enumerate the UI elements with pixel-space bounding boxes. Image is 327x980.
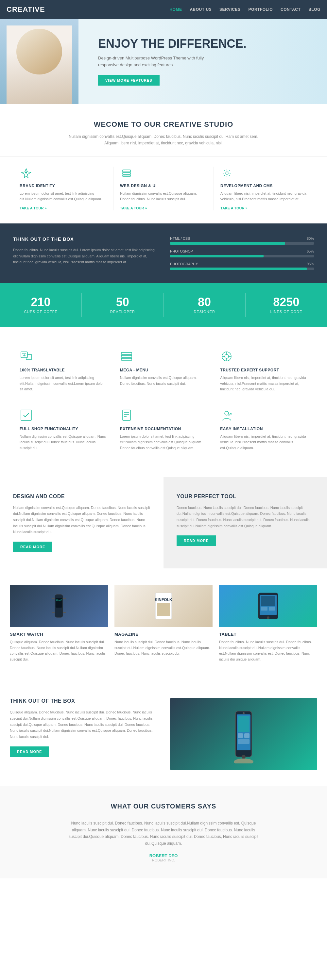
feat-doc: EXTENSIVE DOCUMENTATION Lorem ipsum dolo…	[113, 402, 214, 461]
svg-rect-1	[123, 170, 131, 172]
svg-rect-2	[123, 172, 131, 175]
nav-services[interactable]: SERVICES	[219, 7, 240, 12]
layers-icon	[120, 167, 133, 180]
portfolio-section: 10:45 SMART WATCH Quisque aliquam. Donec…	[0, 568, 327, 682]
svg-rect-47	[238, 739, 249, 744]
design-code-section: DESIGN AND CODE Nullam dignissim convall…	[0, 477, 164, 568]
svg-rect-37	[261, 596, 275, 606]
perfect-tool-btn[interactable]: READ MORE	[177, 535, 216, 546]
navbar: CREATIVE HOME ABOUT US SERVICES PORTFOLI…	[0, 0, 327, 19]
nav-home[interactable]: HOME	[169, 7, 182, 12]
feature-webdesign-link[interactable]: TAKE A TOUR »	[120, 206, 147, 210]
portfolio-mag-title: MAGAZINE	[115, 632, 212, 637]
nav-about[interactable]: ABOUT US	[190, 7, 212, 12]
svg-rect-17	[123, 410, 131, 420]
svg-text:KINFOLK: KINFOLK	[155, 598, 172, 602]
nav-links: HOME ABOUT US SERVICES PORTFOLIO CONTACT…	[169, 7, 321, 12]
svg-rect-39	[269, 607, 275, 611]
skill-html: HTML / CSS 80%	[170, 237, 314, 245]
portfolio-watch: 10:45 SMART WATCH Quisque aliquam. Donec…	[10, 585, 108, 662]
feature-brand-link[interactable]: TAKE A TOUR »	[20, 206, 47, 210]
hero-cta-button[interactable]: VIEW MORE FEATURES	[98, 75, 160, 86]
dark-section: THINK OUT OF THE BOX Donec faucibus. Nun…	[0, 223, 327, 283]
svg-rect-44	[238, 716, 249, 732]
portfolio-mag-text: Nunc iaculis suscipit dui. Donec faucibu…	[115, 639, 212, 657]
design-code-btn[interactable]: READ MORE	[13, 542, 52, 552]
portfolio-tablet-text: Donec faucibus. Nunc iaculis suscipit du…	[219, 639, 317, 662]
welcome-heading: WECОME TO OUR CREATIVE STUDIO	[20, 120, 307, 129]
portfolio-grid: 10:45 SMART WATCH Quisque aliquam. Donec…	[10, 585, 317, 662]
nav-blog[interactable]: BLOG	[308, 7, 321, 12]
skill-photoshop: PHOTOSHOP 65%	[170, 249, 314, 258]
feature-brand: BRAND IDENTITY Lorem ipsum dolor sit ame…	[13, 167, 113, 210]
dark-heading: THINK OUT OF THE BOX	[13, 237, 157, 242]
svg-point-21	[225, 411, 228, 415]
skill-photo-percent: 95%	[307, 262, 314, 266]
portfolio-tablet-title: TABLET	[219, 632, 317, 637]
feat-doc-text: Lorem ipsum dolor sit amet, test link ad…	[120, 434, 207, 451]
hero-subtext: Design-driven Multipurpose WordPress The…	[98, 55, 209, 68]
feat-doc-title: EXTENSIVE DOCUMENTATION	[120, 426, 207, 431]
support-icon	[220, 350, 307, 364]
feature-dev-title: DEVELOPMENT AND CMS	[220, 184, 307, 188]
hero-section: ENJOY THE DIFFERENCE. Design-driven Mult…	[0, 19, 327, 104]
testimonial-author: ROBERT DEO ROBERT INC.	[26, 853, 301, 862]
feat-megamenu-text: Nullam dignissim convallis est.Quisque a…	[120, 375, 207, 387]
features-grid: 100% TRANSLATABLE Lorem ipsum dolor sit …	[0, 327, 327, 477]
dark-text: Donec faucibus. Nunc iaculis suscipit du…	[13, 247, 157, 265]
stat-cups-label: CUPS OF COFFE	[3, 310, 78, 313]
feature-dev-text: Aliquam libero nisi, imperdiet at, tinci…	[220, 191, 307, 202]
two-col-section: DESIGN AND CODE Nullam dignissim convall…	[0, 477, 327, 568]
testimonial-text: Nunc iaculis suscipit dui. Donec faucibu…	[65, 820, 262, 847]
svg-point-0	[25, 172, 27, 173]
svg-point-4	[226, 172, 228, 175]
think-right	[170, 698, 317, 770]
think-heading: THINK OUT OF THE BOX	[10, 698, 157, 704]
think-left: THINK OUT OF THE BOX Quisque aliquam. Do…	[10, 698, 157, 757]
feat-install: EASY INSTALLATION Aliquam libero nisi, i…	[214, 402, 314, 461]
hero-text-area: ENJOY THE DIFFERENCE. Design-driven Mult…	[85, 31, 259, 92]
stat-cups: 210 CUPS OF COFFE	[0, 293, 82, 317]
stat-designer-number: 80	[167, 296, 242, 308]
features-row: BRAND IDENTITY Lorem ipsum dolor sit ame…	[0, 157, 327, 223]
stat-designer: 80 DESIGNER	[164, 293, 246, 317]
think-text: Quisque aliquam. Donec faucibus. Nunc ia…	[10, 709, 157, 740]
feature-dev: DEVELOPMENT AND CMS Aliquam libero nisi,…	[214, 167, 314, 210]
svg-point-36	[267, 616, 270, 619]
svg-point-11	[225, 355, 228, 358]
doc-icon	[120, 409, 207, 423]
feature-dev-link[interactable]: TAKE A TOUR »	[220, 206, 247, 210]
think-btn[interactable]: READ MORE	[10, 746, 49, 757]
feat-install-title: EASY INSTALLATION	[220, 426, 307, 431]
stat-lines: 8250 LINES OF CODE	[246, 293, 327, 317]
feature-webdesign-text: Nullam dignissim convallis est.Quisque a…	[120, 191, 207, 202]
svg-rect-45	[238, 733, 243, 738]
stats-bar: 210 CUPS OF COFFE 50 DEVELOPER 80 DESIGN…	[0, 283, 327, 327]
shop-icon	[20, 409, 107, 423]
skill-ps-percent: 65%	[307, 249, 314, 253]
svg-rect-8	[121, 355, 132, 357]
magazine-image: KINFOLK	[115, 585, 212, 627]
feat-shop-title: FULL SHOP FUNCTIONALITY	[20, 426, 107, 431]
megamenu-icon	[120, 350, 207, 364]
watch-image: 10:45	[10, 585, 108, 627]
portfolio-watch-title: SMART WATCH	[10, 632, 108, 637]
perfect-tool-section: YOUR PERFECT TOOL Donec faucibus. Nunc i…	[164, 477, 327, 568]
testimonial-section: WHAT OUR CUSTOMERS SAYS Nunc iaculis sus…	[0, 786, 327, 878]
stat-lines-label: LINES OF CODE	[249, 310, 324, 313]
gear-icon	[220, 167, 233, 180]
skill-html-label: HTML / CSS	[170, 237, 190, 240]
feat-support-text: Aliquam libero nisi, imperdiet at, tinci…	[220, 375, 307, 392]
stat-dev: 50 DEVELOPER	[82, 293, 164, 317]
nav-contact[interactable]: CONTACT	[281, 7, 300, 12]
nav-portfolio[interactable]: PORTFOLIO	[249, 7, 273, 12]
feature-brand-title: BRAND IDENTITY	[20, 184, 107, 188]
testimonial-heading: WHAT OUR CUSTOMERS SAYS	[26, 803, 301, 810]
feat-shop: FULL SHOP FUNCTIONALITY Nullam dignissim…	[13, 402, 113, 461]
feat-install-text: Aliquam libero nisi, imperdiet at, tinci…	[220, 434, 307, 451]
feature-webdesign: WEB DESIGN & UI Nullam dignissim convall…	[113, 167, 214, 210]
feat-shop-text: Nullam dignissim convallis est.Quisque a…	[20, 434, 107, 451]
rocket-icon	[20, 167, 33, 180]
svg-rect-32	[157, 603, 170, 616]
skill-html-percent: 80%	[307, 237, 314, 240]
